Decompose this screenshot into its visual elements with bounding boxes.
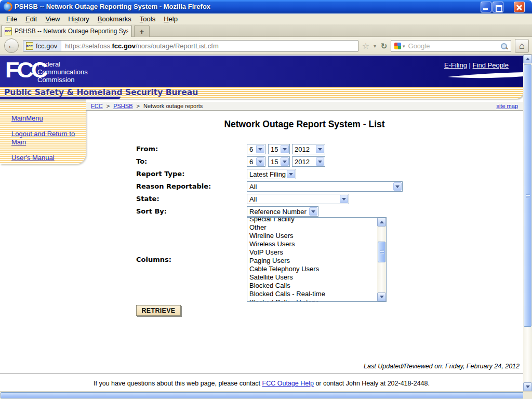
listbox-scrollbar[interactable] [377, 218, 386, 301]
last-updated-text: Last Updated/Reviewed on: Friday, Februa… [364, 363, 520, 370]
site-map-link[interactable]: site map [496, 103, 518, 109]
listbox-scrollbar-thumb[interactable] [378, 242, 385, 262]
google-logo-icon [394, 43, 401, 49]
chevron-down-icon [393, 182, 402, 191]
breadcrumb: FCC > PSHSB > Network outage reports sit… [86, 102, 523, 111]
sidebar-link[interactable]: MainMenu [11, 114, 76, 123]
scroll-up-icon[interactable] [377, 218, 386, 227]
columns-option[interactable]: Blocked Calls [247, 282, 377, 290]
sort-by-label: Sort By: [136, 207, 167, 215]
minimize-button[interactable] [481, 2, 491, 12]
columns-option[interactable]: Special Facility [247, 217, 377, 223]
url-text: https://selafoss.fcc.gov/nors/outage/Rep… [61, 42, 219, 50]
sidebar-link[interactable]: Logout and Return to Main [11, 130, 76, 147]
columns-label: Columns: [136, 256, 171, 263]
chevron-down-icon [256, 145, 264, 153]
scrollbar-corner [523, 392, 532, 399]
columns-option[interactable]: Other [247, 223, 377, 232]
columns-option[interactable]: Blocked Calls - Real-time [247, 290, 377, 298]
menu-item[interactable]: Tools [136, 14, 159, 24]
search-input[interactable]: Google [391, 40, 511, 52]
fcc-outage-help-link[interactable]: FCC Outage Help [262, 380, 314, 387]
columns-option[interactable]: Paging Users [247, 257, 377, 265]
tab-bar: PSHSB -- Network Outage Reporting System… [0, 24, 532, 37]
restore-button[interactable] [493, 2, 503, 12]
efiling-link[interactable]: E-Filing [444, 61, 467, 69]
to-month-select[interactable]: 6 [247, 156, 265, 167]
menu-item[interactable]: Bookmarks [94, 14, 136, 24]
report-type-label: Report Type: [136, 170, 184, 178]
search-icon[interactable] [500, 43, 508, 50]
horizontal-scrollbar[interactable] [0, 391, 532, 399]
menu-item[interactable]: File [2, 14, 21, 24]
find-people-link[interactable]: Find People [473, 61, 509, 69]
menu-item[interactable]: View [41, 14, 64, 24]
menu-bar: File Edit View History Bookmarks Tools H… [0, 14, 532, 24]
columns-listbox[interactable]: Special Facility Other Wireline Users Wi… [247, 217, 387, 302]
vertical-scrollbar[interactable] [523, 55, 532, 391]
to-year-select[interactable]: 2012 [292, 156, 325, 167]
scroll-down-icon[interactable] [377, 292, 386, 301]
columns-option[interactable]: Satellite Users [247, 273, 377, 282]
navigation-toolbar: fcc.gov https://selafoss.fcc.gov/nors/ou… [0, 37, 532, 55]
chevron-down-icon [340, 195, 348, 203]
columns-option[interactable]: Wireless Users [247, 240, 377, 248]
columns-option[interactable]: VoIP Users [247, 248, 377, 257]
state-select[interactable]: All [247, 194, 349, 204]
columns-option[interactable]: Wireline Users [247, 232, 377, 240]
menu-item[interactable]: Edit [21, 14, 41, 24]
vertical-scrollbar-thumb[interactable] [524, 64, 531, 327]
breadcrumb-fcc-link[interactable]: FCC [91, 103, 103, 109]
tab-label: PSHSB -- Network Outage Reporting System [15, 28, 128, 35]
url-dropdown-icon[interactable] [371, 40, 378, 52]
chevron-down-icon [316, 145, 324, 153]
tab-active[interactable]: PSHSB -- Network Outage Reporting System [1, 25, 132, 37]
from-day-select[interactable]: 15 [268, 144, 290, 154]
search-engine-dropdown-icon[interactable] [403, 44, 405, 49]
state-label: State: [136, 195, 159, 203]
home-button[interactable] [515, 39, 529, 53]
menu-item[interactable]: Help [159, 14, 182, 24]
site-chip-label: fcc.gov [36, 42, 57, 50]
window-title: PSHSB -- Network Outage Reporting System… [15, 3, 210, 10]
scroll-down-icon[interactable] [523, 382, 532, 391]
reload-icon[interactable] [379, 40, 389, 52]
bookmark-star-icon[interactable] [361, 40, 371, 52]
columns-options: Special Facility Other Wireline Users Wi… [247, 217, 377, 302]
sidebar: MainMenu Logout and Return to Main User'… [0, 102, 86, 164]
close-button[interactable] [514, 2, 525, 12]
fcc-org-name: Federal Communications Commission [37, 60, 88, 84]
banner-swoosh [448, 72, 523, 80]
columns-option[interactable]: Cable Telephony Users [247, 265, 377, 273]
site-identity-chip[interactable]: fcc.gov [23, 41, 61, 51]
breadcrumb-current: Network outage reports [143, 103, 203, 109]
columns-option[interactable]: Blocked Calls - Historic [247, 298, 377, 302]
retrieve-button[interactable]: RETRIEVE [136, 305, 181, 316]
footer-text: If you have questions about this web pag… [0, 380, 523, 387]
page-content: FCC Federal Communications Commission E-… [0, 55, 523, 391]
fcc-favicon-icon [5, 28, 12, 35]
reason-reportable-select[interactable]: All [247, 181, 403, 192]
report-type-select[interactable]: Latest Filing [247, 169, 296, 179]
from-label: From: [136, 145, 158, 153]
menu-item[interactable]: History [64, 14, 93, 24]
bureau-title: Public Safety & Homeland Security Bureau [4, 88, 198, 97]
footer-divider [0, 374, 523, 374]
sort-by-select[interactable]: Reference Number [247, 206, 318, 217]
from-month-select[interactable]: 6 [247, 144, 265, 154]
to-label: To: [136, 157, 147, 165]
title-bar[interactable]: PSHSB -- Network Outage Reporting System… [0, 0, 532, 14]
horizontal-scrollbar-thumb[interactable] [1, 392, 524, 398]
new-tab-button[interactable]: + [134, 25, 150, 37]
breadcrumb-pshsb-link[interactable]: PSHSB [113, 103, 132, 109]
page-title: Network Outage Report System - List [86, 119, 523, 130]
address-bar[interactable]: fcc.gov https://selafoss.fcc.gov/nors/ou… [23, 40, 358, 52]
scroll-up-icon[interactable] [523, 55, 532, 63]
sidebar-link[interactable]: User's Manual [11, 154, 76, 162]
search-placeholder: Google [408, 42, 500, 50]
to-day-select[interactable]: 15 [268, 156, 290, 167]
back-button[interactable] [4, 38, 19, 53]
chevron-down-icon [281, 157, 289, 166]
from-year-select[interactable]: 2012 [292, 144, 325, 154]
reason-reportable-label: Reason Reportable: [136, 182, 211, 190]
